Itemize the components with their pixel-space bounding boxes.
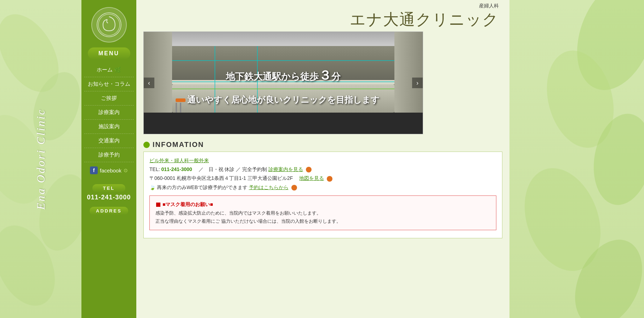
facility-label: 施設案内 bbox=[98, 123, 120, 130]
info-guide-link[interactable]: 診療案内を見る bbox=[268, 166, 303, 172]
address-text: 〒060-0001 札幌市中央区北1条西４丁目1-1 三甲大通公園ビル2F bbox=[149, 175, 298, 181]
main-content: 産婦人科 エナ大通クリニック bbox=[136, 0, 509, 318]
info-clinic-links: ピル外来・婦人科一般外来 bbox=[149, 156, 496, 165]
reservation-link[interactable]: 予約はこちらから bbox=[249, 183, 289, 192]
tel-badge: TEL bbox=[92, 184, 126, 192]
reservation-circle-icon bbox=[291, 185, 297, 191]
hero-grid-line-g bbox=[172, 89, 394, 89]
sidebar-item-access[interactable]: 交通案内 bbox=[84, 134, 134, 148]
pill-clinic-link[interactable]: ピル外来・婦人科一般外来 bbox=[149, 158, 209, 163]
home-label: ホーム bbox=[97, 67, 113, 73]
reservation-label: 診療予約 bbox=[98, 152, 120, 158]
svg-point-5 bbox=[98, 14, 120, 35]
clinic-name-area: 産婦人科 エナ大通クリニック bbox=[350, 3, 499, 30]
mask-square-left bbox=[156, 203, 160, 207]
facebook-label: facebook bbox=[100, 167, 121, 174]
header: 産婦人科 エナ大通クリニック bbox=[136, 0, 509, 32]
left-panel-text: Ena Odori Clinic bbox=[0, 0, 81, 318]
hero-floor bbox=[144, 113, 423, 134]
mask-title: ■マスク着用のお願い■ bbox=[155, 200, 490, 209]
tel-rest: ／ 日・祝 休診 ／ 完全予約制 bbox=[194, 166, 267, 172]
sidebar-item-reservation[interactable]: 診療予約 bbox=[84, 148, 134, 162]
sidebar-logo bbox=[91, 7, 127, 42]
sidebar-item-facility[interactable]: 施設案内 bbox=[84, 120, 134, 134]
clinic-vertical-label: Ena Odori Clinic bbox=[34, 108, 47, 210]
info-box: ピル外来・婦人科一般外来 TEL: 011-241-3000 ／ 日・祝 休診 … bbox=[143, 152, 502, 238]
hero-num: ３ bbox=[319, 68, 331, 83]
treatment-label: 診療案内 bbox=[98, 109, 120, 116]
leaf-icon-small: 🍃 bbox=[149, 184, 155, 190]
hero-text-subway: 地下鉄大通駅から徒歩３分 bbox=[144, 67, 423, 84]
hero-image: 地下鉄大通駅から徒歩３分 通いやすく居心地が良いクリニックを目指します ‹ › bbox=[143, 32, 423, 134]
left-decorative-panel: Ena Odori Clinic bbox=[0, 0, 81, 318]
orange-circle-icon bbox=[306, 167, 312, 172]
tel-section: TEL 011-241-3000 bbox=[87, 184, 131, 201]
sidebar-item-greeting[interactable]: ご挨拶 bbox=[84, 91, 134, 106]
hero-grid-line-h1 bbox=[172, 60, 394, 61]
right-decorative-panel bbox=[509, 0, 644, 318]
menu-button[interactable]: MENU bbox=[88, 47, 130, 59]
hero-text-slogan: 通いやすく居心地が良いクリニックを目指します bbox=[144, 94, 423, 106]
info-header: INFOMATION bbox=[143, 141, 502, 149]
facebook-link[interactable]: f facebook ⊙ bbox=[84, 164, 134, 177]
mask-text-2: 正当な理由なくマスク着用にご 協力いただけない場合には、当院の入館をお断りします… bbox=[155, 217, 490, 225]
logo-inner bbox=[97, 12, 121, 37]
map-link[interactable]: 地図を見る bbox=[299, 174, 324, 183]
sidebar-item-home[interactable]: ホーム 🌿 bbox=[84, 63, 134, 77]
hero-arrow-left[interactable]: ‹ bbox=[144, 78, 154, 88]
mask-warning-box: ■マスク着用のお願い■ 感染予防、感染拡大防止のために、当院内ではマスク着用をお… bbox=[149, 195, 496, 230]
info-title: INFOMATION bbox=[153, 141, 204, 149]
info-dot-icon bbox=[143, 142, 150, 148]
hero-ceiling bbox=[144, 32, 423, 46]
info-section: INFOMATION ピル外来・婦人科一般外来 TEL: 011-241-300… bbox=[136, 138, 509, 238]
tel-prefix: TEL: bbox=[149, 166, 160, 172]
reservation-prefix: 再来の方のみWEBで診療予約ができます bbox=[157, 184, 247, 190]
clinic-category: 産婦人科 bbox=[350, 3, 499, 9]
facebook-icon: f bbox=[90, 166, 98, 174]
info-reservation-line: 🍃 再来の方のみWEBで診療予約ができます 予約はこちらから bbox=[149, 183, 496, 192]
tel-number: 011-241-3000 bbox=[87, 194, 131, 201]
sidebar-item-treatment[interactable]: 診療案内 bbox=[84, 106, 134, 120]
info-tel-line: TEL: 011-241-3000 ／ 日・祝 休診 ／ 完全予約制 診療案内を… bbox=[149, 165, 496, 174]
clinic-title: エナ大通クリニック bbox=[350, 9, 499, 30]
access-label: 交通案内 bbox=[98, 137, 120, 144]
sidebar-item-news[interactable]: お知らせ・コラム bbox=[84, 77, 134, 91]
hero-wrapper: 地下鉄大通駅から徒歩３分 通いやすく居心地が良いクリニックを目指します ‹ › bbox=[136, 32, 509, 138]
leaf-icon-home: 🌿 bbox=[114, 67, 121, 73]
info-address-line: 〒060-0001 札幌市中央区北1条西４丁目1-1 三甲大通公園ビル2F 地図… bbox=[149, 174, 496, 183]
greeting-label: ご挨拶 bbox=[101, 95, 117, 102]
tel-number-link[interactable]: 011-241-3000 bbox=[161, 166, 192, 172]
mask-text-1: 感染予防、感染拡大防止のために、当院内ではマスク着用をお願いいたします。 bbox=[155, 209, 490, 217]
hero-arrow-right[interactable]: › bbox=[412, 78, 423, 88]
facebook-arrow-icon: ⊙ bbox=[124, 167, 128, 173]
map-orange-circle-icon bbox=[327, 176, 332, 182]
sidebar: MENU ホーム 🌿 お知らせ・コラム ご挨拶 診療案内 施設案内 交通案内 診… bbox=[81, 0, 136, 318]
addres-button[interactable]: ADDRES bbox=[90, 207, 128, 215]
news-label: お知らせ・コラム bbox=[88, 81, 130, 87]
